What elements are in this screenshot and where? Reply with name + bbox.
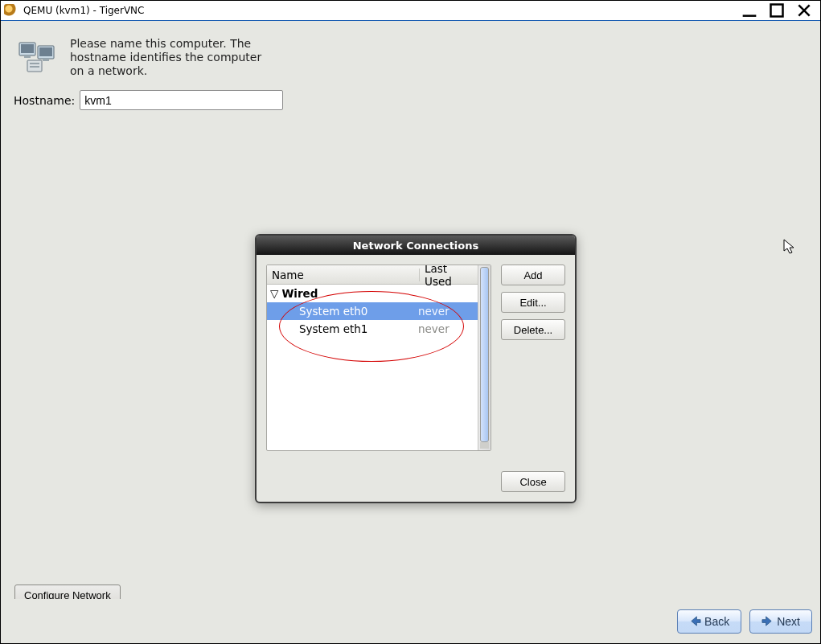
close-button[interactable] [796,3,812,18]
vertical-scrollbar[interactable] [478,265,491,450]
close-icon [796,2,812,18]
minimize-icon [741,2,757,18]
next-label: Next [777,615,800,628]
scroll-cap-bottom [480,442,489,449]
instruction-text: Please name this computer. The hostname … [70,37,279,78]
svg-rect-5 [21,44,34,53]
list-header[interactable]: Name Last Used [267,265,478,285]
dialog-side-buttons: Add Edit... Delete... [501,265,565,463]
edit-button[interactable]: Edit... [501,292,565,313]
vnc-window: QEMU (kvm1) - TigerVNC [0,0,821,644]
hostname-input[interactable] [80,90,283,110]
connection-last-used: never [418,305,478,318]
hostname-row: Hostname: [14,90,283,110]
group-wired[interactable]: ▽ Wired [267,285,478,302]
window-controls [741,3,812,18]
network-connections-dialog: Network Connections Name Last Used ▽ Wir… [255,234,577,503]
collapse-triangle-icon: ▽ [270,287,278,300]
svg-rect-8 [39,47,52,56]
svg-rect-9 [43,59,49,61]
maximize-icon [769,2,785,18]
delete-button[interactable]: Delete... [501,319,565,340]
scroll-thumb[interactable] [480,267,489,442]
add-button[interactable]: Add [501,265,565,285]
remote-desktop: Please name this computer. The hostname … [1,21,820,643]
wizard-nav-bar: Back Next [1,599,820,643]
vnc-title-text: QEMU (kvm1) - TigerVNC [20,5,741,16]
connection-name: System eth1 [267,322,418,335]
computer-icon [18,39,59,73]
vnc-titlebar[interactable]: QEMU (kvm1) - TigerVNC [1,1,820,21]
svg-rect-11 [30,63,39,64]
minimize-button[interactable] [741,3,757,18]
instruction-block: Please name this computer. The hostname … [18,37,279,78]
group-label: Wired [281,287,318,300]
network-connections-title[interactable]: Network Connections [257,236,575,255]
arrow-left-icon [689,615,701,627]
next-button[interactable]: Next [749,609,812,634]
connection-row-eth0[interactable]: System eth0 never [267,302,478,320]
svg-rect-12 [30,66,39,68]
arrow-right-icon [761,615,774,627]
maximize-button[interactable] [769,3,785,18]
connection-list[interactable]: Name Last Used ▽ Wired System eth0 never [267,265,478,450]
connection-list-pane: Name Last Used ▽ Wired System eth0 never [266,265,491,451]
connection-last-used: never [418,322,478,335]
svg-rect-6 [24,55,31,58]
svg-rect-1 [771,5,783,17]
vnc-app-icon [4,4,17,17]
connection-row-eth1[interactable]: System eth1 never [267,320,478,338]
col-name[interactable]: Name [267,269,420,281]
back-button[interactable]: Back [677,609,741,634]
connection-name: System eth0 [267,305,418,318]
close-dialog-button[interactable]: Close [501,471,565,492]
hostname-label: Hostname: [14,94,75,107]
back-label: Back [704,615,729,628]
mouse-cursor [783,239,798,257]
